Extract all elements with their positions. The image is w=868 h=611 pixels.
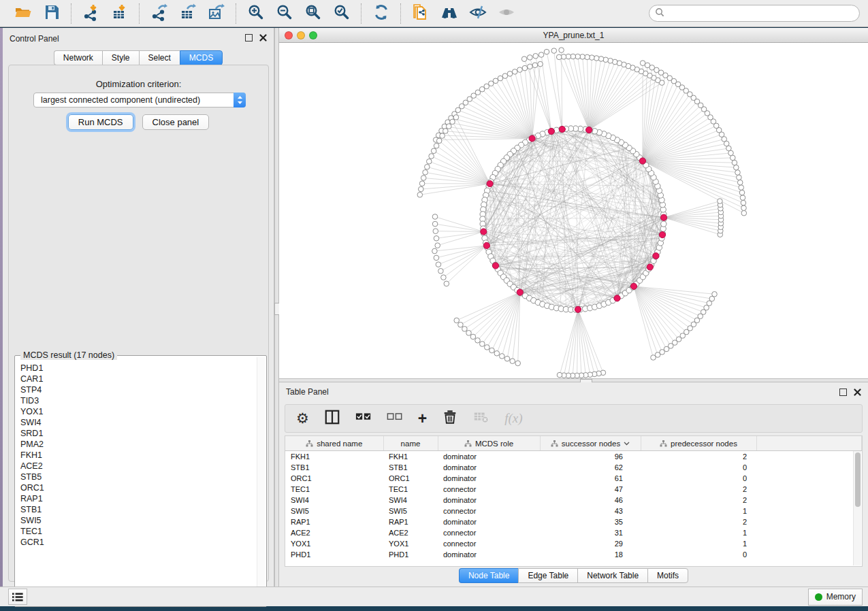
graph-leaf-node[interactable]: [737, 180, 743, 185]
column-header-shared-name[interactable]: shared name: [285, 436, 383, 451]
graph-leaf-node[interactable]: [444, 281, 449, 286]
graph-leaf-node[interactable]: [730, 155, 736, 161]
vertical-splitter[interactable]: [274, 28, 279, 587]
cell-name[interactable]: FKH1: [383, 451, 438, 463]
graph-leaf-node[interactable]: [557, 372, 562, 378]
graph-leaf-node[interactable]: [498, 76, 503, 81]
table-tab-motifs[interactable]: Motifs: [647, 568, 688, 583]
cell-successor-nodes[interactable]: 61: [540, 473, 641, 484]
graph-leaf-node[interactable]: [429, 154, 434, 159]
graph-leaf-node[interactable]: [466, 331, 472, 336]
graph-leaf-node[interactable]: [538, 61, 543, 67]
table-tab-edge-table[interactable]: Edge Table: [518, 568, 577, 583]
graph-leaf-node[interactable]: [433, 229, 438, 234]
table-scrollbar-thumb[interactable]: [855, 452, 861, 507]
table-row[interactable]: YOX1YOX1connector291: [285, 538, 862, 549]
cell-successor-nodes[interactable]: 62: [540, 462, 641, 473]
table-tab-node-table[interactable]: Node Table: [459, 568, 519, 583]
graph-leaf-node[interactable]: [734, 165, 739, 170]
graph-leaf-node[interactable]: [528, 64, 533, 69]
cell-successor-nodes[interactable]: 18: [540, 549, 641, 560]
mcds-result-item[interactable]: PHD1: [20, 363, 257, 374]
tab-mcds[interactable]: MCDS: [180, 50, 223, 65]
graph-leaf-node[interactable]: [533, 54, 539, 59]
graph-leaf-node[interactable]: [556, 54, 562, 60]
table-row[interactable]: TEC1TEC1connector472: [285, 484, 862, 495]
graph-leaf-node[interactable]: [419, 186, 424, 192]
toggle-panel-layout-button[interactable]: [324, 410, 340, 427]
window-minimize-button[interactable]: [297, 31, 305, 39]
mcds-result-item[interactable]: PMA2: [20, 439, 257, 450]
column-header-successor-nodes[interactable]: successor nodes: [540, 436, 641, 451]
cell-successor-nodes[interactable]: 96: [540, 451, 641, 463]
graph-leaf-node[interactable]: [539, 52, 544, 58]
cell-MCDS-role[interactable]: connector: [438, 538, 540, 549]
import-network-button[interactable]: [82, 4, 101, 23]
run-mcds-button[interactable]: Run MCDS: [68, 114, 133, 130]
cell-MCDS-role[interactable]: connector: [438, 506, 540, 516]
cell-predecessor-nodes[interactable]: 0: [641, 473, 756, 484]
graph-leaf-node[interactable]: [432, 214, 438, 220]
graph-leaf-node[interactable]: [740, 195, 745, 201]
cell-shared-name[interactable]: SWI4: [285, 495, 383, 506]
graph-leaf-node[interactable]: [436, 262, 441, 267]
graph-leaf-node[interactable]: [522, 65, 528, 71]
graph-leaf-node[interactable]: [440, 133, 445, 139]
graph-leaf-node[interactable]: [739, 185, 744, 191]
mcds-result-item[interactable]: CAR1: [20, 374, 257, 384]
graph-leaf-node[interactable]: [447, 124, 452, 129]
graph-leaf-node[interactable]: [559, 48, 564, 53]
show-panels-menu-button[interactable]: [8, 589, 27, 605]
mcds-result-item[interactable]: TEC1: [20, 526, 257, 537]
table-row[interactable]: ACE2ACE2connector311: [285, 527, 862, 538]
select-all-rows-button[interactable]: [355, 410, 372, 427]
close-table-panel-icon[interactable]: [854, 389, 861, 396]
graph-leaf-node[interactable]: [741, 200, 746, 205]
graph-leaf-node[interactable]: [521, 56, 527, 62]
zoom-out-button[interactable]: [275, 4, 294, 23]
cell-predecessor-nodes[interactable]: 0: [641, 462, 756, 473]
cell-shared-name[interactable]: RAP1: [285, 516, 383, 527]
graph-leaf-node[interactable]: [517, 67, 523, 73]
graph-leaf-node[interactable]: [458, 323, 464, 328]
graph-leaf-node[interactable]: [435, 243, 440, 248]
graph-leaf-node[interactable]: [434, 144, 439, 149]
cell-predecessor-nodes[interactable]: 1: [641, 538, 756, 549]
graph-leaf-node[interactable]: [551, 48, 557, 54]
graph-leaf-node[interactable]: [532, 63, 538, 68]
cell-MCDS-role[interactable]: connector: [438, 527, 540, 538]
graph-leaf-node[interactable]: [640, 61, 645, 66]
search-input[interactable]: [649, 5, 860, 22]
cell-predecessor-nodes[interactable]: 0: [641, 549, 756, 560]
column-header-MCDS-role[interactable]: MCDS role: [438, 436, 540, 451]
graph-leaf-node[interactable]: [453, 115, 459, 120]
cell-successor-nodes[interactable]: 29: [540, 538, 641, 549]
graph-leaf-node[interactable]: [427, 159, 432, 165]
table-row[interactable]: PHD1PHD1dominator180: [285, 549, 862, 560]
float-panel-icon[interactable]: [245, 34, 253, 42]
network-canvas[interactable]: [279, 43, 868, 378]
cell-predecessor-nodes[interactable]: 1: [641, 527, 756, 538]
cell-shared-name[interactable]: SWI5: [285, 506, 383, 516]
close-panel-button[interactable]: Close panel: [142, 114, 210, 130]
graph-hub-node[interactable]: [647, 264, 653, 270]
graph-leaf-node[interactable]: [485, 345, 490, 350]
graph-hub-node[interactable]: [614, 295, 620, 301]
cell-name[interactable]: ACE2: [383, 527, 438, 538]
export-table-button[interactable]: [178, 4, 197, 23]
cell-successor-nodes[interactable]: 35: [540, 516, 641, 527]
graph-leaf-node[interactable]: [718, 199, 723, 204]
cell-name[interactable]: RAP1: [383, 516, 438, 527]
table-tab-network-table[interactable]: Network Table: [577, 568, 647, 583]
graph-leaf-node[interactable]: [739, 190, 745, 195]
delete-column-button[interactable]: [442, 410, 458, 427]
graph-leaf-node[interactable]: [432, 248, 438, 254]
tab-network[interactable]: Network: [54, 50, 102, 65]
graph-leaf-node[interactable]: [480, 342, 485, 347]
graph-leaf-node[interactable]: [502, 73, 508, 79]
graph-leaf-node[interactable]: [436, 138, 442, 144]
cell-predecessor-nodes[interactable]: 2: [641, 484, 756, 495]
graph-leaf-node[interactable]: [417, 193, 423, 198]
cell-successor-nodes[interactable]: 46: [540, 495, 641, 506]
graph-leaf-node[interactable]: [462, 327, 468, 332]
